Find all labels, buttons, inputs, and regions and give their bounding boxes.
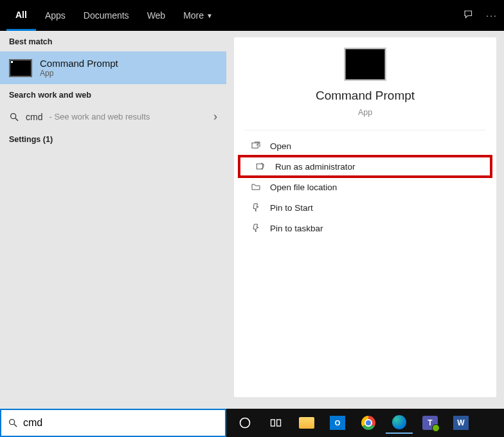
svg-rect-3 xyxy=(256,164,262,169)
taskbar: O T W xyxy=(226,409,504,437)
feedback-icon[interactable] xyxy=(463,9,474,22)
command-prompt-icon xyxy=(345,49,385,80)
pin-icon xyxy=(251,202,261,213)
file-explorer-icon[interactable] xyxy=(293,412,320,434)
action-pin-taskbar-label: Pin to taskbar xyxy=(270,224,323,233)
tab-more[interactable]: More▼ xyxy=(174,0,222,31)
action-run-as-administrator-label: Run as administrator xyxy=(275,162,356,172)
svg-point-4 xyxy=(10,420,15,425)
teams-icon[interactable]: T xyxy=(417,412,444,434)
search-filter-tabs: All Apps Documents Web More▼ ··· xyxy=(0,0,504,31)
web-query: cmd xyxy=(26,112,42,122)
results-pane: Best match Command Prompt App Search wor… xyxy=(0,31,226,409)
word-icon[interactable]: W xyxy=(447,412,474,434)
tab-web[interactable]: Web xyxy=(138,0,175,31)
detail-title: Command Prompt xyxy=(316,89,415,103)
result-subtitle: App xyxy=(40,69,118,78)
search-box[interactable] xyxy=(0,409,226,437)
action-open-file-location[interactable]: Open file location xyxy=(234,177,496,197)
action-open-location-label: Open file location xyxy=(270,183,337,192)
svg-point-0 xyxy=(11,113,16,118)
tab-all[interactable]: All xyxy=(6,0,36,31)
open-icon xyxy=(251,141,261,151)
action-run-as-administrator[interactable]: Run as administrator xyxy=(239,156,491,177)
search-input[interactable] xyxy=(23,417,219,429)
result-title: Command Prompt xyxy=(40,58,118,69)
best-match-label: Best match xyxy=(0,31,226,51)
folder-icon xyxy=(251,182,261,192)
search-icon xyxy=(8,418,18,428)
search-icon xyxy=(9,112,19,122)
action-pin-start-label: Pin to Start xyxy=(270,203,313,213)
detail-pane: Command Prompt App Open Run as administr… xyxy=(234,37,496,397)
settings-label[interactable]: Settings (1) xyxy=(0,129,226,149)
search-work-web-label: Search work and web xyxy=(0,84,226,105)
tab-apps[interactable]: Apps xyxy=(36,0,75,31)
chevron-right-icon: › xyxy=(213,110,217,123)
svg-line-5 xyxy=(14,424,17,427)
pin-icon xyxy=(251,223,261,233)
web-query-hint: - See work and web results xyxy=(49,112,150,121)
action-pin-to-taskbar[interactable]: Pin to taskbar xyxy=(234,218,496,238)
chrome-icon[interactable] xyxy=(355,412,382,434)
svg-rect-7 xyxy=(271,420,275,426)
web-search-row[interactable]: cmd - See work and web results › xyxy=(0,105,226,129)
edge-icon[interactable] xyxy=(386,412,413,434)
tab-documents[interactable]: Documents xyxy=(75,0,138,31)
action-open[interactable]: Open xyxy=(234,136,496,156)
best-match-result[interactable]: Command Prompt App xyxy=(0,51,226,84)
detail-subtitle: App xyxy=(358,108,372,117)
chevron-down-icon: ▼ xyxy=(206,12,213,19)
action-open-label: Open xyxy=(270,141,291,151)
svg-line-1 xyxy=(15,118,18,121)
command-prompt-icon xyxy=(9,59,32,77)
action-pin-to-start[interactable]: Pin to Start xyxy=(234,197,496,218)
admin-icon xyxy=(256,161,266,172)
svg-rect-2 xyxy=(252,143,258,148)
cortana-icon[interactable] xyxy=(231,412,258,434)
outlook-icon[interactable]: O xyxy=(324,412,351,434)
svg-rect-8 xyxy=(277,420,281,426)
svg-point-6 xyxy=(240,418,250,428)
more-icon[interactable]: ··· xyxy=(486,10,498,21)
task-view-icon[interactable] xyxy=(262,412,289,434)
